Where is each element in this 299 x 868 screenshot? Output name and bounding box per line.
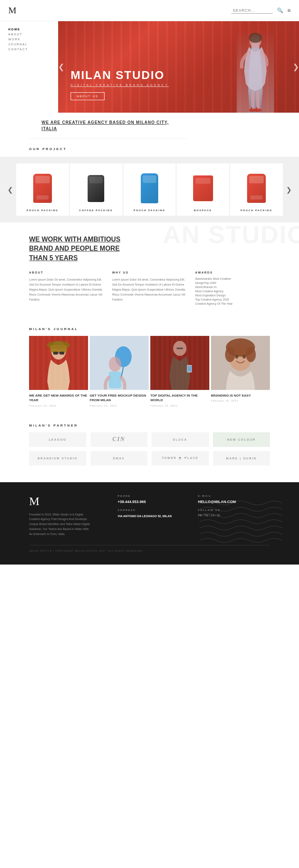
svg-point-53: [246, 347, 256, 362]
partner-section: MILAN'S PARTNER LEAGOO CIN ELUCA NEW COL…: [0, 415, 299, 474]
about-col-about-text: Lorem ipsum Dolor Sit amet, Consectetur …: [29, 277, 104, 302]
svg-point-52: [225, 347, 235, 362]
hero-section: ❮ MILAN STUDIO DIGITAL CREATIVE BRAND AG…: [58, 21, 299, 113]
sidebar-nav: HOME ABOUT WORK JOURNAL CONTACT: [0, 21, 29, 139]
award-item: Most Creative Agency: [195, 290, 270, 293]
award-item: Top Creative Agency 2020: [195, 298, 270, 301]
project-item: POUCH PACKING: [16, 163, 69, 216]
footer-left: M Founded In 2013, Milan Studio Is A Dig…: [29, 495, 105, 537]
svg-rect-19: [86, 336, 88, 390]
journal-img-2: [90, 336, 149, 390]
project-item: COFFEE PACKING: [70, 163, 123, 216]
about-col-awards-title: AWARDS: [195, 271, 270, 274]
svg-rect-10: [33, 336, 37, 390]
sidebar-item-journal[interactable]: JOURNAL: [8, 43, 29, 46]
project-label-2: COFFEE PACKING: [79, 209, 113, 212]
footer-address-label: ADDRESS: [118, 509, 189, 511]
header-right: 🔍 ≡: [231, 7, 291, 14]
project-label-3: POUCH PACKING: [134, 209, 166, 212]
award-item: Most Inspiration Design: [195, 294, 270, 297]
carousel-arrow-left[interactable]: ❮: [4, 186, 16, 194]
journal-img-1: [29, 336, 88, 390]
footer-description: Founded In 2013, Milan Studio Is A Digit…: [29, 512, 91, 537]
partner-logo-3: ELUCA: [152, 432, 209, 447]
partner-logo-5: BRANDIUM STUDIO: [29, 451, 86, 466]
svg-rect-46: [176, 348, 183, 349]
work-section: AN STUDIO WE WORK WITH AMBITIOUS BRAND A…: [0, 222, 299, 319]
hero-figure: [237, 30, 274, 113]
about-col-whyus-text: Lorem ipsum Dolor Sit amet, Consectetur …: [112, 277, 187, 302]
partner-logo-4: NEW COLOUR: [213, 432, 270, 447]
journal-img-4: [211, 336, 270, 390]
partner-title: MILAN'S PARTNER: [29, 424, 270, 427]
footer-col-phone: PHONE +39.444.553.965 ADDRESS VIA ANTONI…: [118, 495, 189, 537]
svg-rect-34: [159, 336, 161, 390]
sidebar-item-home[interactable]: HOME: [8, 28, 29, 31]
footer-address: VIA ANTONIO DA LEGNAGO 52, MILAN: [118, 514, 189, 518]
svg-rect-24: [59, 352, 64, 355]
menu-icon[interactable]: ≡: [287, 7, 291, 14]
project-item: BOXPACK: [176, 163, 229, 216]
intro-text: WE ARE CREATIVE AGENCY BASED ON MILANO C…: [42, 119, 174, 132]
partner-logo-1: LEAGOO: [29, 432, 86, 447]
journal-item-4: BRANDING IS NOT EASY February 15, 2021: [211, 336, 270, 407]
journal-item-title-2: GET YOUR FREE MOCKUP DESIGN FROM MILAN: [90, 393, 149, 402]
projects-section: OUR PROJECT ❮ POUCH PACKING COFF: [0, 139, 299, 222]
sidebar-item-about[interactable]: ABOUT: [8, 33, 29, 36]
projects-carousel: ❮ POUCH PACKING COFFEE PACKING: [0, 157, 299, 222]
search-input[interactable]: [231, 7, 273, 14]
svg-rect-48: [187, 366, 191, 372]
about-cols: ABOUT Lorem ipsum Dolor Sit amet, Consec…: [29, 271, 270, 306]
footer-address-block: ADDRESS VIA ANTONIO DA LEGNAGO 52, MILAN: [118, 509, 189, 518]
partner-logo-2: CIN: [91, 432, 148, 447]
hero-arrow-right[interactable]: ❯: [293, 62, 299, 72]
journal-item-title-1: WE ARE GET NEW AWARDS OF THE YEAR: [29, 393, 88, 402]
journal-item-date-4: February 15, 2021: [211, 399, 270, 402]
journal-grid: WE ARE GET NEW AWARDS OF THE YEAR Februa…: [29, 336, 270, 407]
header: M 🔍 ≡: [0, 0, 299, 21]
projects-title: OUR PROJECT: [0, 147, 299, 151]
svg-rect-17: [74, 336, 77, 390]
award-item: World Brands #1: [195, 286, 270, 289]
carousel-arrow-right[interactable]: ❯: [283, 186, 295, 194]
journal-item-3: TOP DIGITAL AGENCY IN THE WORLD February…: [150, 336, 209, 407]
sidebar-item-contact[interactable]: CONTACT: [8, 48, 29, 51]
intro-section: WE ARE CREATIVE AGENCY BASED ON MILANO C…: [29, 113, 187, 139]
hero-cta-button[interactable]: ABOUT US: [71, 92, 105, 100]
sidebar-item-work[interactable]: WORK: [8, 38, 29, 41]
search-icon-btn[interactable]: 🔍: [277, 7, 283, 13]
about-col-about-title: ABOUT: [29, 271, 104, 274]
project-img-3: [137, 172, 162, 205]
footer-bottom: LEGAL NOTICE / COPYRIGHT MILAN STUDIO 20…: [29, 545, 270, 552]
journal-item-1: WE ARE GET NEW AWARDS OF THE YEAR Februa…: [29, 336, 88, 407]
award-item: Awwwvardes Most Creative: [195, 277, 270, 280]
about-col-about: ABOUT Lorem ipsum Dolor Sit amet, Consec…: [29, 271, 104, 306]
svg-rect-11: [39, 336, 42, 390]
svg-rect-22: [50, 345, 67, 353]
svg-rect-33: [154, 336, 156, 390]
journal-item-title-4: BRANDING IS NOT EASY: [211, 393, 270, 398]
journal-title: MILAN'S JOURNAL: [29, 327, 270, 331]
svg-point-29: [109, 357, 121, 372]
svg-rect-32: [150, 336, 151, 390]
svg-rect-9: [29, 336, 31, 390]
svg-rect-6: [256, 107, 257, 112]
svg-point-1: [249, 33, 262, 43]
project-img-1: [30, 172, 55, 205]
project-img-2: [83, 172, 108, 205]
project-label-1: POUCH PACKING: [27, 209, 59, 212]
svg-rect-43: [203, 336, 206, 390]
hero-arrow-left[interactable]: ❮: [58, 62, 64, 72]
partner-logo-7: TOWER ☕ PLACE: [152, 451, 209, 466]
footer-decoration: [199, 495, 282, 545]
project-label-5: POUCH PACKING: [240, 209, 272, 212]
svg-rect-41: [194, 336, 196, 390]
project-img-4: [191, 172, 216, 205]
journal-item-date-3: February 15, 2021: [150, 404, 209, 407]
project-item: POUCH PACKING: [230, 163, 283, 216]
svg-rect-23: [53, 352, 58, 355]
partner-logo-6: ЁMAX: [91, 451, 148, 466]
svg-rect-35: [164, 336, 166, 390]
projects-grid: POUCH PACKING COFFEE PACKING POUCH PACKI…: [16, 163, 283, 216]
footer-logo: M: [29, 495, 105, 508]
